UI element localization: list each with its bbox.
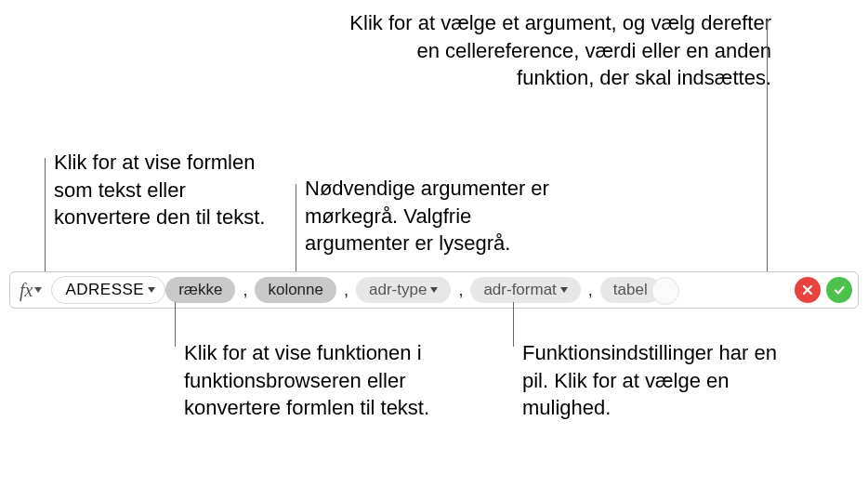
callout-fx-text: Klik for at vise formlen som tekst eller… [54, 149, 286, 231]
arg-label: kolonne [268, 281, 323, 299]
arg-separator: , [336, 281, 356, 300]
formula-overflow-indicator [661, 277, 677, 303]
accept-button[interactable] [826, 277, 852, 303]
fx-icon: fx [20, 280, 33, 301]
leader-line [45, 158, 46, 281]
callout-args-shading: Nødvendige argumenter er mørkegrå. Valgf… [305, 175, 574, 257]
arg-optional-menu[interactable]: adr-type [356, 277, 451, 303]
chevron-down-icon [148, 287, 155, 293]
leader-line [513, 302, 514, 347]
arg-separator: , [581, 281, 600, 300]
function-name-label: ADRESSE [65, 281, 144, 299]
chevron-down-icon [430, 287, 438, 293]
arg-label: adr-format [483, 281, 556, 299]
arg-label: tabel [613, 281, 648, 299]
leader-line [175, 302, 176, 347]
arg-label: række [178, 281, 222, 299]
chevron-down-icon [560, 287, 568, 293]
leader-line [767, 20, 768, 288]
formula-content: ADRESSE række , kolonne , adr-type , adr… [46, 276, 789, 304]
x-icon [801, 283, 814, 296]
cancel-button[interactable] [795, 277, 821, 303]
arg-optional-menu[interactable]: adr-format [470, 277, 580, 303]
fx-menu-button[interactable]: fx [16, 280, 46, 301]
arg-separator: , [235, 281, 255, 300]
arg-label: adr-type [369, 281, 427, 299]
check-icon [833, 283, 846, 296]
callout-function-browser: Klik for at vise funktionen i funktionsb… [184, 339, 444, 422]
arg-required[interactable]: række [165, 277, 235, 303]
callout-argument-select: Klik for at vælge et argument, og vælg d… [344, 9, 771, 92]
formula-bar: fx ADRESSE række , kolonne , adr-type , … [9, 271, 859, 309]
arg-required[interactable]: kolonne [255, 277, 336, 303]
leader-line [296, 184, 296, 277]
callout-function-settings: Funktionsindstillinger har en pil. Klik … [522, 339, 792, 422]
chevron-down-icon [34, 287, 42, 293]
formula-action-buttons [789, 277, 852, 303]
arg-separator: , [451, 281, 470, 300]
function-token[interactable]: ADRESSE [51, 276, 165, 304]
